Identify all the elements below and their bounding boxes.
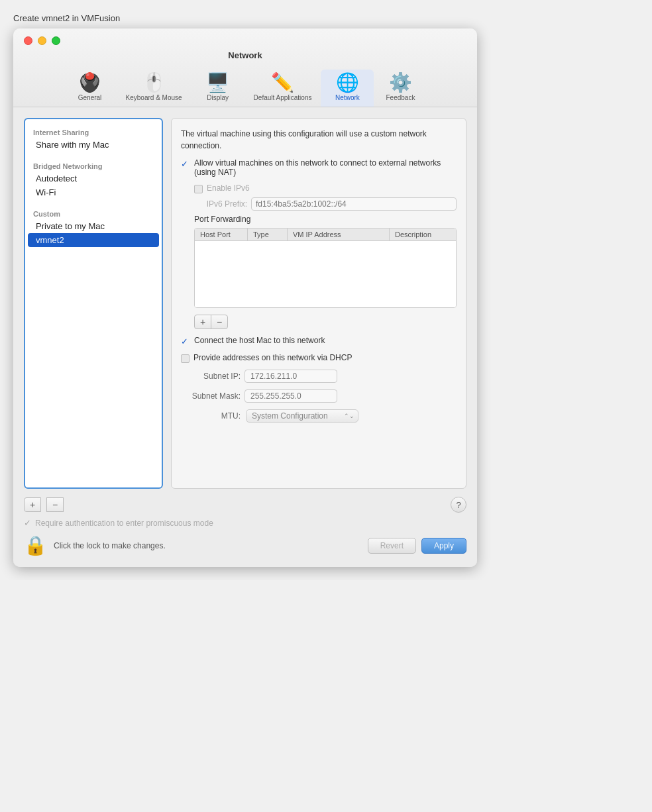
keyboard-mouse-label: Keyboard & Mouse: [126, 94, 182, 101]
remove-port-button[interactable]: −: [211, 315, 228, 329]
add-network-button[interactable]: +: [24, 497, 41, 512]
private-to-mac-label: Private to my Mac: [36, 221, 105, 231]
wifi-label: Wi-Fi: [36, 187, 56, 197]
display-icon: 🖥️: [206, 74, 229, 92]
titlebar: Network 🖲️ General 🖱️ Keyboard & Mouse 🖥…: [13, 28, 477, 107]
main-area: Internet Sharing Share with my Mac Bridg…: [24, 118, 466, 489]
left-panel: Internet Sharing Share with my Mac Bridg…: [24, 118, 163, 489]
vmnet2-label: vmnet2: [36, 235, 64, 245]
internet-sharing-header: Internet Sharing: [25, 125, 162, 138]
custom-section: Custom Private to my Mac vmnet2: [25, 206, 162, 247]
custom-header: Custom: [25, 206, 162, 219]
table-add-remove-buttons: + −: [194, 315, 457, 329]
private-to-mac-item[interactable]: Private to my Mac: [28, 219, 159, 233]
help-button[interactable]: ?: [451, 497, 466, 513]
network-icon: 🌐: [336, 74, 359, 92]
feedback-label: Feedback: [386, 94, 415, 101]
keyboard-mouse-icon: 🖱️: [142, 74, 166, 92]
autodetect-label: Autodetect: [36, 174, 77, 183]
close-button[interactable]: [24, 36, 32, 45]
provide-dhcp-row[interactable]: Provide addresses on this network via DH…: [181, 353, 457, 363]
connect-host-check-icon: ✓: [181, 336, 190, 346]
maximize-button[interactable]: [52, 36, 60, 45]
general-label: General: [78, 94, 102, 101]
default-apps-icon: ✏️: [271, 74, 294, 92]
tab-display[interactable]: 🖥️ Display: [191, 70, 244, 107]
apply-button[interactable]: Apply: [421, 538, 466, 554]
col-host-port: Host Port: [195, 228, 248, 240]
display-label: Display: [207, 94, 229, 101]
tab-general[interactable]: 🖲️ General: [64, 70, 117, 107]
subnet-ip-row: Subnet IP:: [181, 370, 457, 383]
tab-network[interactable]: 🌐 Network: [321, 70, 374, 107]
ipv6-prefix-row: IPv6 Prefix:: [194, 197, 457, 211]
lock-text: Click the lock to make changes.: [54, 541, 361, 550]
minimize-button[interactable]: [38, 36, 46, 45]
mtu-select[interactable]: System Configuration 1500 9000 Custom: [246, 409, 358, 423]
table-header: Host Port Type VM IP Address Description: [195, 228, 456, 241]
enable-ipv6-row[interactable]: Enable IPv6: [194, 183, 457, 193]
col-description: Description: [390, 228, 456, 240]
enable-ipv6-checkbox[interactable]: [194, 185, 203, 193]
col-vm-ip: VM IP Address: [288, 228, 390, 240]
auth-check-icon: ✓: [24, 518, 31, 528]
description: The virtual machine using this configura…: [181, 128, 457, 152]
revert-button[interactable]: Revert: [368, 538, 416, 554]
allow-nat-label: Allow virtual machines on this network t…: [194, 158, 457, 177]
remove-network-button[interactable]: −: [46, 497, 64, 512]
auth-row: ✓ Require authentication to enter promis…: [24, 518, 466, 528]
subnet-mask-input[interactable]: [244, 389, 337, 403]
indented-section: Enable IPv6 IPv6 Prefix: Port Forwarding…: [181, 183, 457, 329]
port-forwarding-label: Port Forwarding: [194, 215, 457, 224]
mtu-select-wrapper: System Configuration 1500 9000 Custom: [246, 409, 358, 423]
col-type: Type: [248, 228, 288, 240]
outer-title: Create vmnet2 in VMFusion: [13, 13, 639, 23]
provide-dhcp-label: Provide addresses on this network via DH…: [193, 353, 352, 362]
table-body: [195, 241, 456, 307]
footer-buttons: Revert Apply: [368, 538, 466, 554]
mtu-label: MTU:: [181, 411, 241, 421]
connect-host-label: Connect the host Mac to this network: [194, 336, 325, 345]
default-apps-label: Default Applications: [254, 94, 312, 101]
traffic-lights: [24, 36, 60, 45]
auth-label: Require authentication to enter promiscu…: [35, 519, 213, 528]
share-with-mac-label: Share with my Mac: [36, 140, 109, 150]
share-with-mac-item[interactable]: Share with my Mac: [28, 138, 159, 152]
add-port-button[interactable]: +: [194, 315, 211, 329]
content: Internet Sharing Share with my Mac Bridg…: [13, 107, 477, 567]
autodetect-item[interactable]: Autodetect: [28, 172, 159, 185]
bridged-networking-header: Bridged Networking: [25, 158, 162, 172]
general-icon: 🖲️: [78, 74, 101, 92]
lock-icon[interactable]: 🔒: [24, 534, 47, 556]
internet-sharing-section: Internet Sharing Share with my Mac: [25, 125, 162, 152]
allow-nat-check-icon: ✓: [181, 159, 190, 169]
tab-keyboard-mouse[interactable]: 🖱️ Keyboard & Mouse: [117, 70, 191, 107]
subnet-ip-label: Subnet IP:: [181, 372, 241, 381]
subnet-ip-input[interactable]: [244, 370, 337, 383]
right-panel: The virtual machine using this configura…: [171, 118, 466, 489]
vmnet2-item[interactable]: vmnet2: [28, 233, 159, 247]
allow-nat-row[interactable]: ✓ Allow virtual machines on this network…: [181, 158, 457, 177]
window-title: Network: [228, 50, 262, 60]
subnet-mask-label: Subnet Mask:: [181, 391, 241, 401]
enable-ipv6-label: Enable IPv6: [207, 183, 250, 193]
provide-dhcp-checkbox[interactable]: [181, 354, 190, 363]
window: Network 🖲️ General 🖱️ Keyboard & Mouse 🖥…: [13, 28, 477, 567]
connect-host-row[interactable]: ✓ Connect the host Mac to this network: [181, 336, 457, 346]
tab-feedback[interactable]: ⚙️ Feedback: [374, 70, 427, 107]
bottom-controls: + − ?: [24, 497, 466, 513]
lock-row: 🔒 Click the lock to make changes. Revert…: [24, 534, 466, 556]
bridged-networking-section: Bridged Networking Autodetect Wi-Fi: [25, 158, 162, 199]
feedback-icon: ⚙️: [389, 74, 412, 92]
ipv6-prefix-label: IPv6 Prefix:: [194, 199, 247, 209]
network-label: Network: [335, 94, 360, 101]
tab-default-applications[interactable]: ✏️ Default Applications: [244, 70, 321, 107]
ipv6-prefix-input[interactable]: [251, 197, 457, 211]
subnet-mask-row: Subnet Mask:: [181, 389, 457, 403]
wifi-item[interactable]: Wi-Fi: [28, 185, 159, 199]
toolbar: 🖲️ General 🖱️ Keyboard & Mouse 🖥️ Displa…: [24, 67, 466, 107]
port-forwarding-table: Host Port Type VM IP Address Description: [194, 228, 457, 308]
mtu-row: MTU: System Configuration 1500 9000 Cust…: [181, 409, 457, 423]
